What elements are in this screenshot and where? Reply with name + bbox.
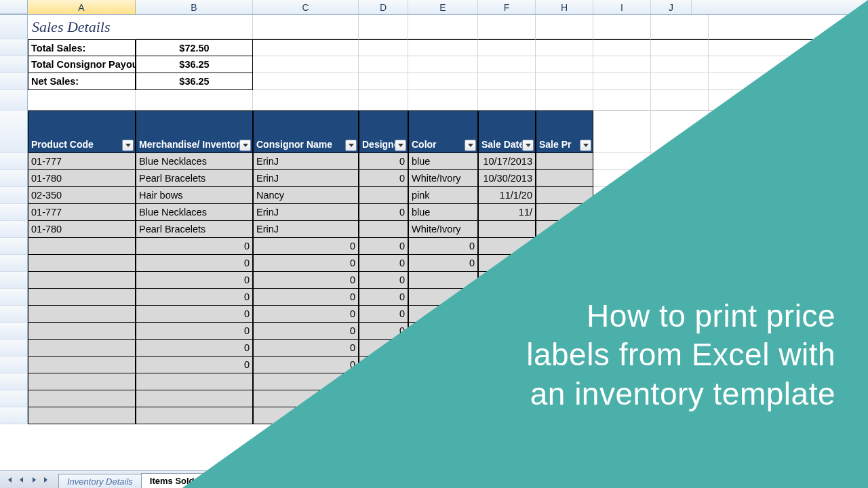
row-gutter[interactable] <box>0 255 28 272</box>
table-header-product-code[interactable]: Product Code <box>28 110 136 153</box>
row-gutter[interactable] <box>0 357 28 373</box>
cell-sale-price[interactable] <box>536 153 593 170</box>
cell[interactable] <box>651 90 709 110</box>
sheet-tab-inventory-details[interactable]: Inventory Details <box>58 474 142 488</box>
cell-consignor[interactable]: Nancy <box>253 187 359 204</box>
column-header-F[interactable]: F <box>478 0 536 14</box>
cell[interactable] <box>593 39 651 56</box>
cell[interactable] <box>253 56 359 73</box>
cell[interactable] <box>136 407 253 424</box>
cell[interactable] <box>478 73 536 90</box>
cell[interactable]: 0 <box>136 238 253 255</box>
cell[interactable] <box>593 15 651 39</box>
row-gutter[interactable] <box>0 238 28 255</box>
cell-designer[interactable] <box>359 221 408 238</box>
cell[interactable]: 0 <box>136 323 253 340</box>
filter-dropdown-icon[interactable] <box>522 140 534 151</box>
filter-dropdown-icon[interactable] <box>239 140 251 151</box>
cell[interactable] <box>359 90 408 110</box>
cell[interactable] <box>536 39 593 56</box>
row-gutter[interactable] <box>0 73 28 90</box>
cell[interactable] <box>136 15 253 39</box>
cell[interactable]: 0 <box>359 238 408 255</box>
cell-designer[interactable]: 0 <box>359 204 408 221</box>
row-gutter[interactable] <box>0 39 28 56</box>
cell[interactable]: 0 <box>359 306 408 323</box>
cell[interactable] <box>28 340 136 357</box>
cell[interactable] <box>408 56 478 73</box>
cell[interactable] <box>408 73 478 90</box>
cell[interactable] <box>536 15 593 39</box>
cell-consignor[interactable]: ErinJ <box>253 153 359 170</box>
cell[interactable]: 0 <box>136 340 253 357</box>
row-gutter[interactable] <box>0 407 28 424</box>
row-gutter[interactable] <box>0 187 28 204</box>
cell-merchandise[interactable]: Blue Necklaces <box>136 153 253 170</box>
section-title[interactable]: Sales Details <box>28 15 136 39</box>
table-header-color[interactable]: Color <box>408 110 478 153</box>
cell[interactable] <box>28 373 136 390</box>
cell[interactable]: 0 <box>253 357 359 373</box>
cell[interactable] <box>359 15 408 39</box>
cell-sale-date[interactable]: 11/1/20 <box>478 187 536 204</box>
row-gutter[interactable] <box>0 15 28 39</box>
row-gutter[interactable] <box>0 373 28 390</box>
cell-sale-date[interactable]: 11/ <box>478 204 536 221</box>
cell-sale-date[interactable]: 10/30/2013 <box>478 170 536 187</box>
cell[interactable] <box>28 323 136 340</box>
table-header-sale-pr[interactable]: Sale Pr <box>536 110 593 153</box>
cell[interactable]: 0 <box>136 306 253 323</box>
cell-designer[interactable]: 0 <box>359 170 408 187</box>
cell[interactable]: 0 <box>253 238 359 255</box>
cell[interactable] <box>408 39 478 56</box>
cell-merchandise[interactable]: Pearl Bracelets <box>136 221 253 238</box>
column-header-I[interactable]: I <box>593 0 651 14</box>
row-gutter[interactable] <box>0 170 28 187</box>
cell[interactable] <box>651 39 709 56</box>
cell-consignor[interactable]: ErinJ <box>253 170 359 187</box>
table-header-designer[interactable]: Designer <box>359 110 408 153</box>
cell-merchandise[interactable]: Blue Necklaces <box>136 204 253 221</box>
filter-dropdown-icon[interactable] <box>395 140 406 151</box>
tab-nav-last[interactable] <box>41 474 52 485</box>
cell[interactable] <box>536 90 593 110</box>
cell[interactable] <box>593 110 651 153</box>
cell-product-code[interactable]: 01-780 <box>28 221 136 238</box>
cell[interactable]: 0 <box>136 272 253 289</box>
cell[interactable] <box>253 39 359 56</box>
cell[interactable] <box>28 90 136 110</box>
column-header-C[interactable]: C <box>253 0 359 14</box>
cell-color[interactable]: White/Ivory <box>408 170 478 187</box>
cell[interactable]: 0 <box>136 357 253 373</box>
cell-sale-price[interactable] <box>536 187 593 204</box>
cell-product-code[interactable]: 01-777 <box>28 153 136 170</box>
summary-value[interactable]: $36.25 <box>136 56 253 73</box>
cell-designer[interactable] <box>359 187 408 204</box>
cell-product-code[interactable]: 01-777 <box>28 204 136 221</box>
table-header-sale-date[interactable]: Sale Date <box>478 110 536 153</box>
cell-consignor[interactable]: ErinJ <box>253 221 359 238</box>
cell-sale-price[interactable] <box>536 170 593 187</box>
cell-color[interactable]: White/Ivory <box>408 221 478 238</box>
summary-value[interactable]: $72.50 <box>136 39 253 56</box>
cell[interactable]: 0 <box>253 255 359 272</box>
cell[interactable] <box>28 289 136 306</box>
cell-designer[interactable]: 0 <box>359 153 408 170</box>
cell-merchandise[interactable]: Hair bows <box>136 187 253 204</box>
cell[interactable] <box>536 56 593 73</box>
summary-label[interactable]: Total Sales: <box>28 39 136 56</box>
cell[interactable] <box>28 357 136 373</box>
cell[interactable] <box>593 73 651 90</box>
cell[interactable] <box>478 56 536 73</box>
cell[interactable] <box>536 73 593 90</box>
cell[interactable] <box>593 90 651 110</box>
cell[interactable] <box>359 73 408 90</box>
cell-merchandise[interactable]: Pearl Bracelets <box>136 170 253 187</box>
cell[interactable] <box>28 390 136 407</box>
cell[interactable] <box>651 56 709 73</box>
filter-dropdown-icon[interactable] <box>465 140 476 151</box>
cell[interactable]: 0 <box>253 306 359 323</box>
cell[interactable] <box>28 306 136 323</box>
cell-sale-date[interactable] <box>478 221 536 238</box>
row-gutter[interactable] <box>0 340 28 357</box>
